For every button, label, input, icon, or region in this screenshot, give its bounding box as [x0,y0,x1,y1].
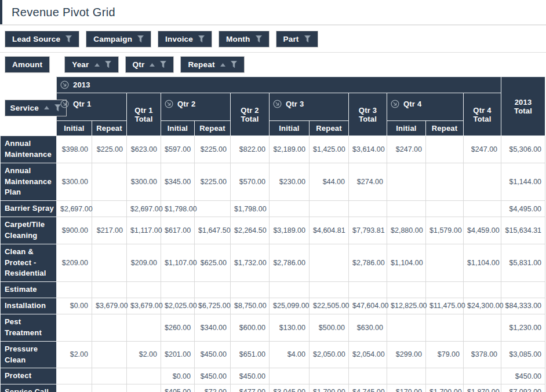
qtr3-header[interactable]: Qtr 3 [270,93,349,121]
filter-field-invoice[interactable]: Invoice [158,31,212,47]
value-cell [310,201,349,217]
value-cell: $170.00 [387,384,426,392]
qtr-header-label: Qtr 1 [73,100,91,108]
qtr-header-label: Qtr 2 [177,100,195,108]
value-cell [92,314,127,341]
sort-asc-icon [44,106,49,109]
value-cell [464,163,501,201]
value-cell: $130.00 [270,314,310,341]
row-header: Pressure Clean [1,341,57,368]
filter-icon[interactable] [137,35,144,43]
value-cell: $217.00 [92,217,127,244]
collapse-icon[interactable] [60,100,69,108]
filter-icon[interactable] [256,35,262,43]
value-cell [92,163,127,201]
column-field-label: Year [72,60,89,69]
data-field-amount[interactable]: Amount [5,56,50,73]
filter-field-month[interactable]: Month [219,31,269,47]
subheader-initial: Initial [387,121,426,136]
column-field-year[interactable]: Year [64,56,118,73]
value-cell [57,282,92,298]
year-total-header: 2013 Total [501,77,545,136]
column-field-qtr[interactable]: Qtr [125,56,174,73]
year-header-label: 2013 [73,80,90,89]
row-header: Carpet/Tile Cleaning [1,217,57,244]
corner-cell: Service [1,77,57,136]
value-cell: $570.00 [231,163,270,201]
value-cell: $274.00 [349,163,387,201]
qtr2-header[interactable]: Qtr 2 [161,93,231,121]
subheader-repeat: Repeat [310,121,349,136]
pivot-table: Service 2013 2013 Total [0,76,545,392]
value-cell: $623.00 [127,136,161,163]
value-cell: $15,634.31 [501,217,545,244]
row-header: Installation [1,298,57,314]
collapse-icon[interactable] [165,100,173,108]
table-row: Estimate [1,282,545,298]
data-field-label: Amount [12,60,42,69]
filter-fields-area: Lead Source Campaign Invoice Month Part [0,25,546,53]
value-cell [349,201,387,217]
row-field-service[interactable]: Service [5,100,67,116]
value-cell: $300.00 [57,163,92,201]
qtr2-total-header: Qtr 2 Total [231,93,270,136]
value-cell [426,201,464,217]
value-cell: $450.00 [195,368,231,384]
value-cell [92,368,127,384]
value-cell: $6,725.00 [195,298,231,314]
year-header-2013[interactable]: 2013 [57,77,501,93]
value-cell: $4.00 [270,341,310,368]
subheader-initial: Initial [57,121,92,136]
qtr3-total-header: Qtr 3 Total [349,93,387,136]
qtr4-header[interactable]: Qtr 4 [387,93,464,121]
filter-icon[interactable] [65,35,72,43]
value-cell: $0.00 [57,298,92,314]
value-cell [92,341,127,368]
filter-field-lead-source[interactable]: Lead Source [5,31,79,47]
table-row: Protect$0.00$450.00$450.00$450.00 [1,368,545,384]
filter-field-campaign[interactable]: Campaign [86,31,151,47]
qtr1-header[interactable]: Qtr 1 [57,93,127,121]
value-cell [92,282,127,298]
value-cell [387,282,426,298]
filter-icon[interactable] [160,61,166,68]
value-cell: $450.00 [231,368,270,384]
page-title: Revenue Pivot Grid [12,6,115,19]
value-cell: $630.00 [349,314,387,341]
qtr-header-label: Qtr 4 [403,100,421,108]
column-field-repeat[interactable]: Repeat [180,56,244,73]
value-cell [387,314,426,341]
value-cell: $1,425.00 [310,136,349,163]
collapse-icon[interactable] [391,100,399,108]
filter-icon[interactable] [304,35,311,43]
filter-icon[interactable] [198,35,205,43]
value-cell: $1,104.00 [464,244,501,282]
value-cell: $2,025.00 [161,298,195,314]
sort-asc-icon [94,63,100,67]
value-cell [310,368,349,384]
value-cell: $450.00 [195,341,231,368]
collapse-icon[interactable] [273,100,282,108]
filter-field-part[interactable]: Part [276,31,318,47]
table-row: Carpet/Tile Cleaning$900.00$217.00$1,117… [1,217,545,244]
qtr4-total-header: Qtr 4 Total [464,93,501,136]
pivot-grid-app: Revenue Pivot Grid Lead Source Campaign … [0,0,546,392]
value-cell: $625.00 [195,244,231,282]
value-cell [127,384,161,392]
value-cell: $209.00 [127,244,161,282]
value-cell [426,282,464,298]
subheader-initial: Initial [270,121,310,136]
filter-icon[interactable] [231,61,237,68]
value-cell: $0.00 [161,368,195,384]
value-cell: $3,085.00 [501,341,545,368]
value-cell: $5,306.00 [501,136,545,163]
value-cell: $1,870.00 [464,384,501,392]
value-cell: $24,300.00 [464,298,501,314]
value-cell [195,282,231,298]
collapse-icon[interactable] [60,80,69,89]
filter-icon[interactable] [105,61,111,68]
value-cell: $1,230.00 [501,314,545,341]
value-cell: $12,825.00 [387,298,426,314]
filter-field-label: Part [283,35,299,43]
table-row: Installation$0.00$3,679.00$3,679.00$2,02… [1,298,545,314]
